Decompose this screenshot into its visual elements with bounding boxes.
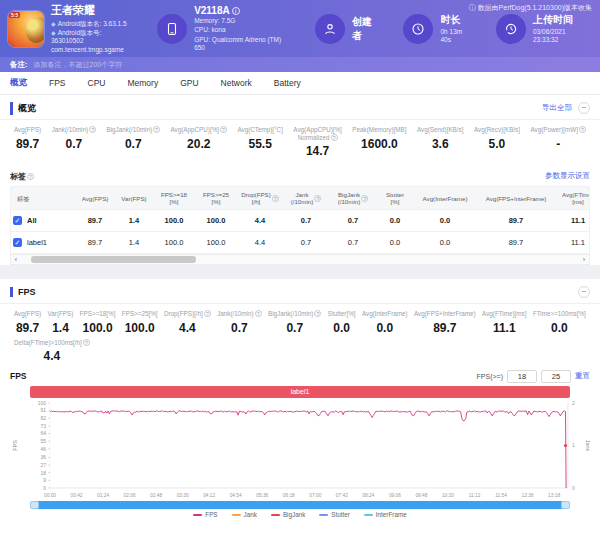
- metric-value: -: [530, 137, 585, 151]
- app-name: 王者荣耀: [51, 3, 135, 18]
- metric-label: Avg(Power)[mW]?: [530, 126, 585, 134]
- legend-label: Jank: [244, 511, 257, 518]
- svg-text:04:54: 04:54: [230, 493, 242, 498]
- metric: Avg(FPS)89.7: [14, 310, 41, 335]
- device-info-icon[interactable]: i: [232, 7, 240, 15]
- metric-value: 14.7: [293, 144, 342, 158]
- svg-text:02:06: 02:06: [124, 493, 136, 498]
- chart-label-band: label1: [30, 386, 570, 398]
- fps-line-chart[interactable]: 09182736465564738291100012FPSJank00:0000…: [10, 398, 594, 500]
- export-all-link[interactable]: 导出全部: [542, 103, 572, 113]
- value-cell: 0.7: [283, 210, 329, 232]
- legend-item-Stutter[interactable]: Stutter: [319, 511, 350, 518]
- duration-label: 时长: [440, 13, 474, 27]
- metric-label: Peak(Memory)[MB]: [352, 126, 406, 134]
- legend-item-BigJank[interactable]: BigJank: [271, 511, 305, 518]
- info-icon[interactable]: ?: [220, 126, 227, 133]
- range-handle-right[interactable]: [561, 501, 570, 509]
- legend-item-Jank[interactable]: Jank: [232, 511, 257, 518]
- metric-value: 0.0: [362, 321, 408, 335]
- info-icon[interactable]: ?: [314, 195, 321, 202]
- tab-概览[interactable]: 概览: [10, 77, 27, 89]
- metric-value: 11.1: [482, 321, 526, 335]
- info-icon[interactable]: ?: [153, 126, 160, 133]
- checkbox-checked[interactable]: ✓: [13, 216, 22, 225]
- svg-text:06:18: 06:18: [283, 493, 295, 498]
- phone-icon: [157, 14, 187, 44]
- value-cell: 89.7: [477, 232, 555, 254]
- info-icon[interactable]: ?: [204, 310, 211, 317]
- tab-Battery[interactable]: Battery: [274, 78, 301, 88]
- tab-CPU[interactable]: CPU: [88, 78, 106, 88]
- scroll-right-icon[interactable]: ›: [579, 255, 589, 264]
- column-header: Avg(InterFrame): [413, 187, 477, 210]
- table-row: ✓All89.71.4100.0100.04.40.70.70.00.089.7…: [11, 210, 590, 232]
- value-cell: 89.7: [477, 210, 555, 232]
- legend-item-InterFrame[interactable]: InterFrame: [364, 511, 407, 518]
- svg-text:55: 55: [40, 438, 46, 444]
- tab-GPU[interactable]: GPU: [180, 78, 198, 88]
- fps-title: FPS: [10, 287, 36, 297]
- tab-Network[interactable]: Network: [221, 78, 252, 88]
- info-icon[interactable]: ?: [331, 134, 338, 141]
- clock-icon: [403, 14, 433, 44]
- collapse-fps-button[interactable]: −: [578, 286, 590, 298]
- info-icon[interactable]: ?: [314, 310, 321, 317]
- metric-value: 4.4: [14, 349, 90, 363]
- svg-text:64: 64: [40, 430, 46, 436]
- fps-threshold-input-2[interactable]: [541, 370, 571, 383]
- metric-label: FTime>=100ms[%]: [533, 310, 586, 318]
- svg-text:Jank: Jank: [585, 440, 591, 452]
- metric: BigJank(/10min)?0.7: [268, 310, 322, 335]
- range-handle-left[interactable]: [30, 501, 39, 509]
- checkbox-checked[interactable]: ✓: [13, 238, 22, 247]
- metric-label: Var(FPS): [48, 310, 74, 318]
- scroll-left-icon[interactable]: ‹: [11, 255, 21, 264]
- metric-value: 55.5: [237, 137, 282, 151]
- svg-text:36: 36: [40, 454, 46, 460]
- fps-threshold-input-1[interactable]: [507, 370, 537, 383]
- fps-chart-title: FPS: [10, 371, 27, 381]
- scrollbar-track[interactable]: [21, 255, 579, 264]
- overview-title: 概览: [10, 102, 36, 115]
- metric-value: 20.2: [170, 137, 227, 151]
- remark-bar: 备注:: [0, 57, 600, 72]
- table-row: ✓label189.71.4100.0100.04.40.70.70.00.08…: [11, 232, 590, 254]
- value-cell: 100.0: [153, 210, 195, 232]
- collapse-overview-button[interactable]: −: [578, 102, 590, 114]
- column-header: FPS>=25 [%]: [195, 187, 237, 210]
- labels-info-icon[interactable]: ?: [27, 173, 34, 180]
- fps-reset-link[interactable]: 重置: [575, 371, 590, 381]
- metric-value: 89.7: [414, 321, 476, 335]
- metric-value: 100.0: [80, 321, 116, 335]
- metric-value: 0.0: [533, 321, 586, 335]
- info-icon[interactable]: ?: [361, 195, 368, 202]
- info-icon[interactable]: ?: [255, 310, 262, 317]
- param-display-settings-link[interactable]: 参数显示设置: [545, 171, 590, 181]
- metric-value: 3.6: [417, 137, 463, 151]
- scrollbar-thumb[interactable]: [31, 256, 196, 263]
- column-header: Var(FPS): [115, 187, 153, 210]
- info-icon[interactable]: ?: [272, 195, 279, 202]
- metric-label: FPS>=18[%]: [80, 310, 116, 318]
- svg-text:01:24: 01:24: [97, 493, 109, 498]
- metric: FPS>=25[%]100.0: [122, 310, 158, 335]
- legend-item-FPS[interactable]: FPS: [193, 511, 217, 518]
- value-cell: 1.4: [115, 232, 153, 254]
- metric: Delta(FTime)>100ms[/h]?4.4: [14, 339, 90, 364]
- metric-value: 100.0: [122, 321, 158, 335]
- value-cell: 0.0: [413, 210, 477, 232]
- info-icon[interactable]: ?: [89, 126, 96, 133]
- svg-text:FPS: FPS: [12, 440, 18, 451]
- svg-text:82: 82: [40, 415, 46, 421]
- chart-range-scrollbar[interactable]: [30, 501, 570, 509]
- tab-Memory[interactable]: Memory: [127, 78, 158, 88]
- metric-label: Avg(FTime)[ms]: [482, 310, 526, 318]
- column-header: Avg(FTime) [ms]: [555, 187, 590, 210]
- tab-FPS[interactable]: FPS: [49, 78, 66, 88]
- metric-value: 0.7: [107, 137, 161, 151]
- remark-input[interactable]: [34, 61, 334, 68]
- info-icon[interactable]: ?: [83, 339, 90, 346]
- upload-time-icon: [496, 14, 526, 44]
- info-icon[interactable]: ?: [579, 126, 586, 133]
